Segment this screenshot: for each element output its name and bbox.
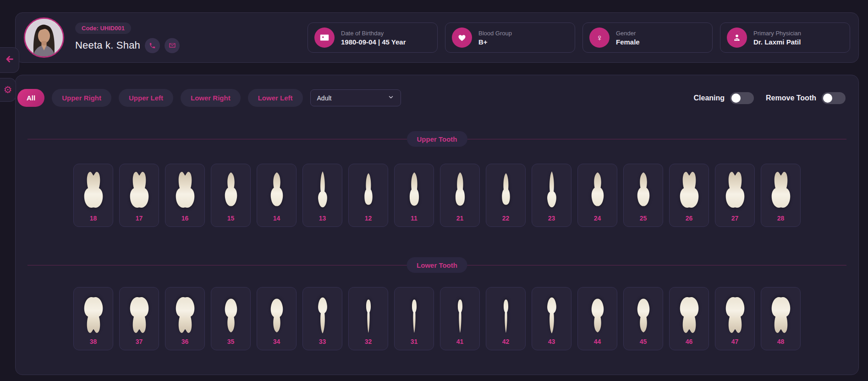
tooth-card-15[interactable]: 15 [211, 164, 251, 227]
tooth-number: 48 [777, 338, 785, 345]
tooth-card-26[interactable]: 26 [669, 164, 709, 227]
tooth-card-42[interactable]: 42 [486, 287, 526, 350]
upper-tooth-section-header: Upper Tooth [16, 131, 858, 147]
tooth-icon-13 [309, 170, 336, 212]
tooth-card-27[interactable]: 27 [715, 164, 755, 227]
filter-row: All Upper Right Upper Left Lower Right L… [17, 89, 846, 107]
tooth-card-37[interactable]: 37 [119, 287, 159, 350]
tooth-icon-27 [722, 170, 748, 212]
tooth-card-33[interactable]: 33 [302, 287, 342, 350]
dentition-select[interactable]: Adult [310, 89, 401, 106]
tooth-card-44[interactable]: 44 [577, 287, 617, 350]
id-card-icon [314, 28, 335, 48]
tooth-card-36[interactable]: 36 [165, 287, 205, 350]
physician-value: Dr. Laxmi Patil [753, 38, 801, 46]
settings-button[interactable]: ⚙ [0, 78, 16, 102]
tab-lower-right[interactable]: Lower Right [181, 89, 241, 107]
tooth-card-12[interactable]: 12 [348, 164, 388, 227]
tooth-icon-11 [401, 170, 428, 212]
lower-tooth-badge: Lower Tooth [407, 257, 467, 273]
tooth-card-48[interactable]: 48 [761, 287, 801, 350]
tooth-icon-17 [126, 170, 153, 212]
patient-header: Code: UHID001 Neeta k. Shah [15, 12, 859, 63]
tooth-number: 17 [136, 215, 143, 222]
remove-tooth-toggle-knob [823, 94, 832, 103]
dob-label: Date of Birthday [341, 30, 406, 37]
tooth-number: 23 [548, 215, 555, 222]
envelope-icon [169, 42, 176, 49]
tooth-card-31[interactable]: 31 [394, 287, 434, 350]
tooth-card-23[interactable]: 23 [532, 164, 571, 227]
tooth-icon-12 [355, 170, 382, 212]
dental-chart-panel: All Upper Right Upper Left Lower Right L… [15, 75, 859, 375]
tooth-card-32[interactable]: 32 [348, 287, 388, 350]
upper-teeth-row: 18171615141312112122232425262728 [16, 164, 858, 227]
cleaning-toggle[interactable] [730, 92, 754, 104]
tooth-card-18[interactable]: 18 [73, 164, 113, 227]
tooth-card-41[interactable]: 41 [440, 287, 480, 350]
tooth-number: 21 [456, 215, 464, 222]
tab-upper-right[interactable]: Upper Right [52, 89, 111, 107]
tooth-card-45[interactable]: 45 [623, 287, 663, 350]
doctor-icon [727, 28, 747, 48]
tooth-icon-41 [447, 293, 473, 335]
tooth-card-13[interactable]: 13 [302, 164, 342, 227]
tooth-card-17[interactable]: 17 [119, 164, 159, 227]
tooth-icon-26 [676, 170, 703, 212]
tooth-card-46[interactable]: 46 [669, 287, 709, 350]
call-button[interactable] [145, 38, 160, 53]
back-button[interactable] [0, 47, 19, 73]
tooth-number: 31 [411, 338, 418, 345]
patient-code-badge: Code: UHID001 [75, 22, 131, 34]
heart-icon [452, 28, 472, 48]
email-button[interactable] [165, 38, 180, 53]
tooth-card-22[interactable]: 22 [486, 164, 526, 227]
tooth-card-16[interactable]: 16 [165, 164, 205, 227]
tooth-number: 33 [319, 338, 326, 345]
tooth-card-43[interactable]: 43 [532, 287, 571, 350]
tooth-icon-34 [264, 293, 290, 335]
tab-all[interactable]: All [17, 89, 44, 107]
tooth-card-14[interactable]: 14 [257, 164, 297, 227]
gender-label: Gender [616, 30, 640, 37]
tooth-card-38[interactable]: 38 [73, 287, 113, 350]
remove-tooth-toggle[interactable] [822, 92, 846, 104]
remove-tooth-toggle-label: Remove Tooth [766, 94, 816, 102]
tooth-number: 18 [90, 215, 97, 222]
tooth-icon-46 [676, 293, 703, 335]
tooth-number: 44 [594, 338, 601, 345]
tooth-icon-43 [538, 293, 565, 335]
gender-value: Female [616, 38, 640, 46]
tooth-number: 38 [90, 338, 97, 345]
tooth-number: 25 [640, 215, 647, 222]
tab-lower-left[interactable]: Lower Left [248, 89, 303, 107]
tooth-icon-14 [264, 170, 290, 212]
upper-tooth-badge: Upper Tooth [407, 131, 467, 147]
tooth-number: 27 [731, 215, 739, 222]
tooth-number: 22 [502, 215, 510, 222]
tooth-icon-35 [218, 293, 244, 335]
arrow-left-icon [5, 54, 15, 66]
tooth-card-21[interactable]: 21 [440, 164, 480, 227]
tooth-icon-18 [80, 170, 107, 212]
tooth-card-47[interactable]: 47 [715, 287, 755, 350]
dentition-select-value: Adult [317, 94, 332, 102]
tooth-card-28[interactable]: 28 [761, 164, 801, 227]
tooth-icon-32 [355, 293, 382, 335]
tooth-icon-38 [80, 293, 107, 335]
tooth-number: 35 [227, 338, 235, 345]
tooth-number: 24 [594, 215, 601, 222]
tooth-card-25[interactable]: 25 [623, 164, 663, 227]
tooth-icon-24 [584, 170, 611, 212]
tooth-number: 46 [686, 338, 693, 345]
patient-avatar[interactable] [24, 17, 64, 58]
tooth-icon-23 [538, 170, 565, 212]
tab-upper-left[interactable]: Upper Left [119, 89, 173, 107]
phone-icon [149, 42, 156, 49]
physician-label: Primary Physician [753, 30, 801, 37]
tooth-card-34[interactable]: 34 [257, 287, 297, 350]
tooth-card-35[interactable]: 35 [211, 287, 251, 350]
gender-card: ♀ Gender Female [582, 22, 713, 53]
tooth-card-24[interactable]: 24 [577, 164, 617, 227]
tooth-card-11[interactable]: 11 [394, 164, 434, 227]
